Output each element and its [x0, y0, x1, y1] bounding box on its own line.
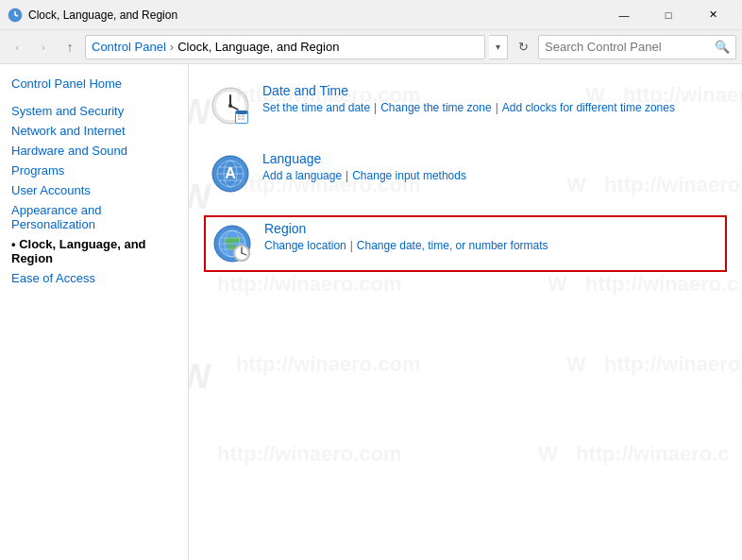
change-date-time-formats-link[interactable]: Change date, time, or number formats	[357, 239, 548, 252]
language-icon: A	[208, 151, 253, 196]
region-title[interactable]: Region	[264, 221, 548, 236]
svg-point-7	[228, 104, 232, 108]
sidebar-item-system-and-security[interactable]: System and Security	[0, 101, 188, 121]
minimize-button[interactable]: —	[602, 0, 646, 30]
language-title[interactable]: Language	[262, 151, 466, 166]
watermark: W http://winaero.com W http://winaero.c …	[189, 64, 742, 560]
svg-rect-14	[242, 118, 245, 120]
add-clocks-link[interactable]: Add clocks for different time zones	[502, 101, 675, 114]
svg-rect-12	[242, 115, 245, 117]
title-bar-controls: — □ ✕	[602, 0, 734, 30]
change-time-zone-link[interactable]: Change the time zone	[380, 101, 491, 114]
forward-button[interactable]: ›	[32, 36, 55, 59]
region-icon	[210, 221, 255, 266]
back-button[interactable]: ‹	[6, 36, 28, 59]
category-region: Region Change location | Change date, ti…	[204, 215, 727, 272]
maximize-button[interactable]: □	[647, 0, 690, 30]
refresh-button[interactable]: ↻	[512, 35, 534, 59]
close-button[interactable]: ✕	[691, 0, 734, 30]
breadcrumb-control-panel[interactable]: Control Panel	[92, 40, 166, 54]
title-bar: Clock, Language, and Region — □ ✕	[0, 0, 742, 30]
language-text: Language Add a language | Change input m…	[262, 151, 466, 182]
content-area: W http://winaero.com W http://winaero.c …	[189, 64, 742, 560]
svg-line-2	[15, 15, 18, 16]
set-time-date-link[interactable]: Set the time and date	[262, 101, 370, 114]
change-input-methods-link[interactable]: Change input methods	[352, 169, 466, 182]
svg-rect-13	[238, 118, 241, 120]
title-bar-text: Clock, Language, and Region	[28, 8, 602, 22]
search-box: 🔍	[538, 35, 736, 59]
sidebar-item-ease-of-access[interactable]: Ease of Access	[0, 268, 188, 288]
category-language: A Language Add a language | Change input…	[204, 147, 727, 200]
address-dropdown[interactable]: ▾	[489, 35, 508, 59]
change-location-link[interactable]: Change location	[264, 239, 346, 252]
date-time-icon	[208, 83, 253, 128]
sidebar-item-control-panel-home[interactable]: Control Panel Home	[0, 74, 188, 93]
date-time-title[interactable]: Date and Time	[262, 83, 675, 98]
language-links: Add a language | Change input methods	[262, 169, 466, 182]
sidebar-item-programs[interactable]: Programs	[0, 161, 188, 180]
category-date-and-time: Date and Time Set the time and date | Ch…	[204, 79, 727, 132]
region-text: Region Change location | Change date, ti…	[264, 221, 548, 252]
sidebar-item-clock-language-and-region: Clock, Language, and Region	[0, 234, 188, 268]
add-language-link[interactable]: Add a language	[262, 169, 342, 182]
sidebar: Control Panel Home System and Security N…	[0, 64, 189, 560]
svg-rect-11	[238, 115, 241, 117]
svg-text:A: A	[225, 165, 236, 181]
sidebar-item-network-and-internet[interactable]: Network and Internet	[0, 121, 188, 141]
sidebar-item-user-accounts[interactable]: User Accounts	[0, 180, 188, 200]
address-bar: ‹ › ↑ Control Panel › Clock, Language, a…	[0, 30, 742, 64]
search-icon[interactable]: 🔍	[715, 40, 730, 54]
sidebar-item-appearance-and-personalization[interactable]: Appearance andPersonalization	[0, 200, 188, 234]
region-links: Change location | Change date, time, or …	[264, 239, 548, 252]
app-icon	[8, 8, 23, 23]
date-time-links: Set the time and date | Change the time …	[262, 101, 675, 114]
up-button[interactable]: ↑	[59, 36, 81, 59]
search-input[interactable]	[545, 40, 715, 54]
sidebar-item-hardware-and-sound[interactable]: Hardware and Sound	[0, 141, 188, 161]
address-path: Control Panel › Clock, Language, and Reg…	[85, 35, 485, 59]
breadcrumb-current: Clock, Language, and Region	[177, 40, 339, 54]
svg-rect-10	[236, 110, 247, 114]
main-layout: Control Panel Home System and Security N…	[0, 64, 742, 560]
date-time-text: Date and Time Set the time and date | Ch…	[262, 83, 675, 114]
